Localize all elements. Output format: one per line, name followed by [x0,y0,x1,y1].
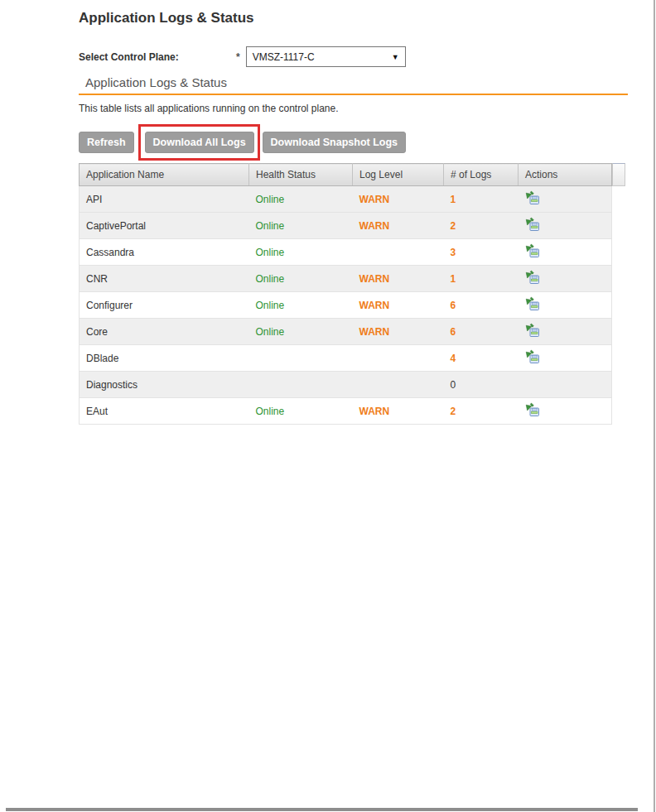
download-all-logs-button[interactable]: Download All Logs [145,132,254,153]
health-status-cell: Online [249,186,353,213]
control-plane-label: Select Control Plane: [79,51,236,63]
table-row[interactable]: CNROnlineWARN1 [80,266,612,292]
app-name-cell: CNR [80,266,249,292]
window-right-border [654,0,655,812]
column-header-actions[interactable]: Actions [519,164,612,186]
refresh-button[interactable]: Refresh [79,132,134,153]
app-name-cell: Core [80,319,249,345]
log-level-cell: WARN [353,398,444,425]
actions-cell [519,292,612,319]
actions-cell [519,213,612,239]
log-count-cell: 1 [444,186,519,213]
page-title: Application Logs & Status [79,10,628,26]
log-count-cell: 2 [444,213,519,239]
table-row[interactable]: ConfigurerOnlineWARN6 [80,292,612,319]
download-log-icon[interactable] [525,270,540,285]
actions-cell [519,186,612,213]
actions-cell [519,319,612,345]
log-count-cell: 1 [444,266,519,292]
log-level-cell: WARN [353,266,444,292]
health-status-cell: Online [249,239,353,266]
column-header-health-status[interactable]: Health Status [249,164,353,186]
log-count-cell: 6 [444,319,519,345]
table-row[interactable]: CaptivePortalOnlineWARN2 [80,213,612,239]
table-row[interactable]: CassandraOnline3 [80,239,612,266]
accent-divider [79,94,628,95]
applications-table: Application NameHealth StatusLog Level# … [79,163,612,425]
column-header-log-level[interactable]: Log Level [353,164,444,186]
actions-cell [519,239,612,266]
download-log-icon[interactable] [525,190,540,205]
app-name-cell: CaptivePortal [80,213,249,239]
log-level-cell: WARN [353,292,444,319]
download-log-icon[interactable] [525,323,540,338]
log-count-cell: 4 [444,345,519,372]
window-bottom-border [6,808,638,811]
log-level-cell: WARN [353,213,444,239]
app-name-cell: Configurer [80,292,249,319]
scrollbar-spacer[interactable] [612,163,625,186]
table-row[interactable]: EAutOnlineWARN2 [80,398,612,425]
download-snapshot-logs-button[interactable]: Download Snapshot Logs [263,132,406,153]
log-level-cell [353,239,444,266]
toolbar: Refresh Download All Logs Download Snaps… [79,124,628,161]
control-plane-select[interactable]: VMSZ-1117-C ▼ [246,46,406,67]
table-header: Application NameHealth StatusLog Level# … [80,164,612,186]
section-title: Application Logs & Status [85,75,628,89]
chevron-down-icon: ▼ [392,53,399,61]
column-header-application-name[interactable]: Application Name [80,164,249,186]
health-status-cell: Online [249,292,353,319]
table-row[interactable]: Diagnostics0 [80,372,612,398]
health-status-cell: Online [249,213,353,239]
download-log-icon[interactable] [525,243,540,258]
download-log-icon[interactable] [525,217,540,232]
log-level-cell: WARN [353,186,444,213]
download-log-icon[interactable] [525,296,540,311]
health-status-cell: Online [249,266,353,292]
table-body: APIOnlineWARN1 CaptivePortalOnlineWARN2 [80,186,612,425]
app-name-cell: Diagnostics [80,372,249,398]
application-logs-page: Application Logs & Status Select Control… [79,8,628,425]
log-count-cell: 6 [444,292,519,319]
log-count-cell: 0 [444,372,519,398]
column-header--of-logs[interactable]: # of Logs [444,164,519,186]
app-name-cell: Cassandra [80,239,249,266]
log-level-cell [353,372,444,398]
log-level-cell: WARN [353,319,444,345]
table-row[interactable]: DBlade4 [80,345,612,372]
log-level-cell [353,345,444,372]
download-log-icon[interactable] [525,349,540,364]
log-count-cell: 3 [444,239,519,266]
health-status-cell: Online [249,319,353,345]
health-status-cell [249,345,353,372]
actions-cell [519,398,612,425]
app-name-cell: DBlade [80,345,249,372]
control-plane-row: Select Control Plane: * VMSZ-1117-C ▼ [79,46,628,67]
actions-cell [519,266,612,292]
required-marker: * [236,51,240,63]
log-count-cell: 2 [444,398,519,425]
table-row[interactable]: CoreOnlineWARN6 [80,319,612,345]
download-log-icon[interactable] [525,402,540,417]
control-plane-selected-value: VMSZ-1117-C [253,51,315,63]
health-status-cell: Online [249,398,353,425]
annotation-highlight: Download All Logs [138,124,260,161]
health-status-cell [249,372,353,398]
app-name-cell: EAut [80,398,249,425]
app-name-cell: API [80,186,249,213]
section-description: This table lists all applications runnin… [79,103,628,114]
actions-cell [519,372,612,398]
applications-table-wrap: Application NameHealth StatusLog Level# … [79,163,628,425]
table-row[interactable]: APIOnlineWARN1 [80,186,612,213]
actions-cell [519,345,612,372]
